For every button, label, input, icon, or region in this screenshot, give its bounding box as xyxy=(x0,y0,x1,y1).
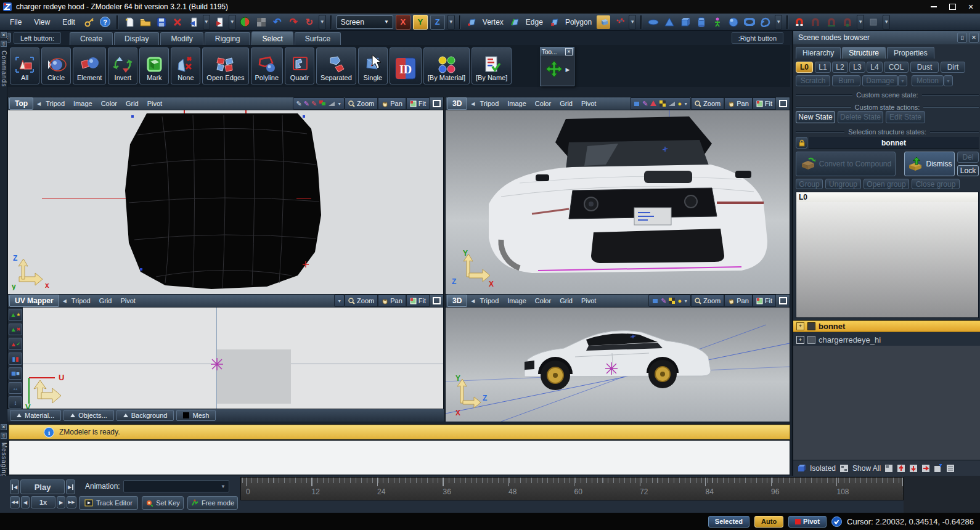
uv-layout-button[interactable]: ▮▮ xyxy=(9,353,22,365)
menu-pivot[interactable]: Pivot xyxy=(581,297,596,304)
go-start-button[interactable]: ◀ xyxy=(10,479,19,494)
lod-l0-button[interactable]: L0 xyxy=(796,62,813,73)
open-group-button[interactable]: Open group xyxy=(864,179,909,189)
dismiss-button[interactable]: Dismiss xyxy=(904,152,955,176)
menu-color[interactable]: Color xyxy=(535,100,551,107)
prism-icon[interactable] xyxy=(650,100,657,107)
new-state-button[interactable]: New State xyxy=(796,111,835,123)
doc-list-icon[interactable] xyxy=(946,464,955,473)
commands-dock-label[interactable]: Commands xyxy=(0,51,7,87)
menu-tripod[interactable]: Tripod xyxy=(480,297,499,304)
menu-color[interactable]: Color xyxy=(535,297,551,304)
free-mode-button[interactable]: Free mode xyxy=(187,496,238,510)
fast-forward-button[interactable]: ▶▶ xyxy=(67,496,76,508)
viewport-maximize-button[interactable] xyxy=(431,99,441,108)
fit-button[interactable]: Fit xyxy=(753,97,776,110)
group-button[interactable]: Group xyxy=(796,179,823,189)
select-polyline-button[interactable]: Polyline xyxy=(251,47,284,84)
pan-button[interactable]: Pan xyxy=(724,97,753,110)
doc-arrow-down-icon[interactable] xyxy=(909,464,918,473)
lod-dust-button[interactable]: Dust xyxy=(910,62,939,73)
menu-image[interactable]: Image xyxy=(73,100,92,107)
select-all-button[interactable]: All xyxy=(10,47,39,84)
select-by-name-button[interactable]: [By Name] xyxy=(472,47,512,84)
menu-pivot[interactable]: Pivot xyxy=(120,297,135,304)
doc-arrow-right-icon[interactable] xyxy=(921,464,930,473)
tab-material[interactable]: Material... xyxy=(10,410,61,421)
prev-frame-button[interactable]: ◀ xyxy=(21,496,30,508)
vertex-mode-button[interactable]: Vertex xyxy=(483,18,504,26)
create-spiral-button[interactable] xyxy=(759,15,772,29)
magnet-face-button[interactable] xyxy=(841,15,854,29)
next-frame-button[interactable]: ▶ xyxy=(57,496,65,508)
auto-indicator[interactable]: Auto xyxy=(754,516,783,528)
menu-file[interactable]: File xyxy=(5,17,27,28)
select-circle-button[interactable]: Circle xyxy=(41,47,71,84)
ungroup-button[interactable]: Ungroup xyxy=(825,179,861,189)
lod-l1-button[interactable]: L1 xyxy=(815,62,831,73)
export-button[interactable] xyxy=(213,15,226,29)
edge-mode-button[interactable]: Edge xyxy=(526,18,543,26)
fx-damage-dropdown[interactable]: ▼ xyxy=(898,75,907,86)
lock-button[interactable]: Lock xyxy=(957,165,979,176)
viewport-3d-name[interactable]: 3D xyxy=(447,97,467,110)
select-open-edges-button[interactable]: Open Edges xyxy=(202,47,248,84)
tree-row-bonnet[interactable]: + bonnet xyxy=(793,320,980,332)
wedge-icon[interactable] xyxy=(328,100,335,107)
tab-rigging[interactable]: Rigging xyxy=(205,32,251,45)
select-element-button[interactable]: Element xyxy=(73,47,106,84)
pen-icon[interactable]: ✎ xyxy=(661,298,666,304)
help-button[interactable]: ? xyxy=(99,15,112,29)
lod-l4-button[interactable]: L4 xyxy=(867,62,883,73)
redo-button[interactable]: ↷ xyxy=(287,15,300,29)
fx-motion-button[interactable]: Motion xyxy=(912,75,944,86)
fit-button[interactable]: Fit xyxy=(753,295,776,307)
create-torus-button[interactable] xyxy=(743,15,756,29)
tab-properties[interactable]: Properties xyxy=(887,47,934,59)
viewport-maximize-button[interactable] xyxy=(778,296,788,306)
animation-dropdown[interactable]: ▼ xyxy=(123,480,229,492)
close-button[interactable]: ✕ xyxy=(962,1,980,13)
message-log[interactable] xyxy=(9,440,790,475)
undo-button[interactable]: ↶ xyxy=(271,15,284,29)
fx-scratch-button[interactable]: Scratch xyxy=(796,75,830,86)
tab-objects[interactable]: Objects... xyxy=(63,410,113,421)
palette-expand-icon[interactable]: ▶ xyxy=(566,67,570,73)
menu-tripod[interactable]: Tripod xyxy=(46,100,65,107)
palette-close-icon[interactable]: ✕ xyxy=(565,48,573,55)
select-by-material-button[interactable]: [By Material] xyxy=(423,47,470,84)
create-cone-button[interactable] xyxy=(663,15,676,29)
convert-to-compound-button[interactable]: Convert to Compound xyxy=(796,152,896,176)
panel-close-icon[interactable]: ✕ xyxy=(969,33,979,43)
menu-grid[interactable]: Grid xyxy=(560,100,573,107)
paint-pen-icon[interactable]: ✎ xyxy=(304,100,309,107)
light-bulb-icon[interactable]: ● xyxy=(677,100,682,107)
cube-icon[interactable] xyxy=(651,297,659,304)
fx-damage-button[interactable]: Damage xyxy=(862,75,898,86)
pen-icon[interactable]: ✎ xyxy=(642,100,648,107)
axis-toolbar-overflow[interactable]: ▼ xyxy=(447,15,455,30)
del-button[interactable]: Del xyxy=(957,152,979,163)
menu-tripod[interactable]: Tripod xyxy=(71,297,91,304)
menu-tripod[interactable]: Tripod xyxy=(480,100,499,107)
light-bulb-icon[interactable]: ● xyxy=(677,298,682,304)
dock-pin-icon[interactable]: ▯ xyxy=(1,41,7,47)
tab-display[interactable]: Display xyxy=(114,32,159,45)
zoom-button[interactable]: Zoom xyxy=(691,97,724,110)
viewport-uv-canvas[interactable]: U V ▲★ ▲✖ ▲✔ ▮▮ ◼◼ ↔ ↕ xyxy=(8,308,443,410)
pen-icon[interactable]: ✎ xyxy=(296,100,301,107)
viewport-top-name[interactable]: Top xyxy=(9,97,33,110)
doc-split-icon[interactable] xyxy=(884,464,893,473)
fx-burn-button[interactable]: Burn xyxy=(832,75,860,86)
axis-x-button[interactable]: X xyxy=(396,15,410,30)
tab-hierarchy[interactable]: Hierarchy xyxy=(796,47,841,59)
tab-surface[interactable]: Surface xyxy=(295,32,341,45)
play-button[interactable]: Play xyxy=(20,479,65,494)
uv-align-h-button[interactable]: ↔ xyxy=(9,382,22,394)
lod-l3-button[interactable]: L3 xyxy=(849,62,865,73)
lod-l2-button[interactable]: L2 xyxy=(832,62,848,73)
menu-image[interactable]: Image xyxy=(507,297,526,304)
dock-pin-icon[interactable]: ▯ xyxy=(1,433,7,439)
create-figure-button[interactable] xyxy=(711,15,724,29)
node-lock-toggle[interactable] xyxy=(796,137,807,149)
